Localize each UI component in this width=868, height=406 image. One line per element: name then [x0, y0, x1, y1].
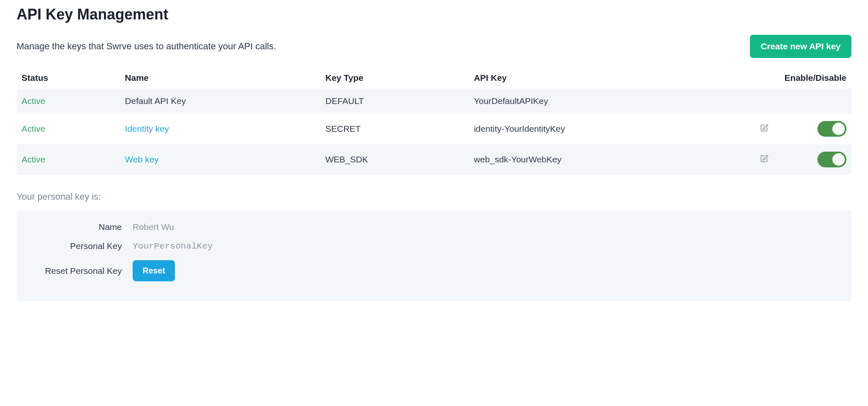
- api-key-cell: YourDefaultAPIKey: [469, 89, 754, 114]
- col-enable-disable: Enable/Disable: [780, 67, 851, 89]
- col-status: Status: [17, 67, 120, 89]
- edit-icon[interactable]: [760, 123, 769, 133]
- toggle-knob: [832, 153, 845, 166]
- reset-personal-key-label: Reset Personal Key: [25, 266, 133, 276]
- api-keys-table: Status Name Key Type API Key Enable/Disa…: [17, 67, 851, 175]
- page-title: API Key Management: [17, 6, 851, 23]
- table-row: ActiveIdentity keySECRETidentity-YourIde…: [17, 114, 851, 144]
- col-name: Name: [120, 67, 320, 89]
- col-api-key: API Key: [469, 67, 754, 89]
- edit-icon[interactable]: [760, 154, 769, 163]
- api-key-cell: web_sdk-YourWebKey: [469, 144, 754, 175]
- personal-name-value: Robert Wu: [133, 222, 174, 232]
- toggle-cell: [780, 114, 851, 144]
- table-row: ActiveWeb keyWEB_SDKweb_sdk-YourWebKey: [17, 144, 851, 175]
- status-cell: Active: [17, 89, 120, 114]
- table-row: ActiveDefault API KeyDEFAULTYourDefaultA…: [17, 89, 851, 114]
- personal-name-label: Name: [25, 222, 133, 232]
- key-type-cell: WEB_SDK: [320, 144, 469, 175]
- edit-cell: [755, 114, 780, 144]
- name-cell: Default API Key: [120, 89, 320, 114]
- key-type-cell: SECRET: [320, 114, 469, 144]
- personal-key-intro: Your personal key is:: [17, 191, 851, 202]
- toggle-cell: [780, 89, 851, 114]
- enable-toggle[interactable]: [817, 121, 846, 137]
- personal-key-value: YourPersonalKey: [133, 242, 213, 251]
- edit-cell: [755, 144, 780, 175]
- name-cell: Identity key: [120, 114, 320, 144]
- api-key-name: Default API Key: [125, 96, 186, 106]
- reset-personal-key-button[interactable]: Reset: [133, 260, 175, 281]
- create-api-key-button[interactable]: Create new API key: [750, 35, 851, 58]
- status-cell: Active: [17, 114, 120, 144]
- api-key-name-link[interactable]: Identity key: [125, 124, 169, 133]
- enable-toggle[interactable]: [817, 152, 846, 167]
- api-key-cell: identity-YourIdentityKey: [469, 114, 754, 144]
- toggle-knob: [832, 123, 845, 135]
- personal-key-panel: Name Robert Wu Personal Key YourPersonal…: [17, 210, 851, 301]
- personal-key-label: Personal Key: [25, 241, 133, 251]
- name-cell: Web key: [120, 144, 320, 175]
- col-key-type: Key Type: [320, 67, 469, 89]
- toggle-cell: [780, 144, 851, 175]
- key-type-cell: DEFAULT: [320, 89, 469, 114]
- page-subtitle: Manage the keys that Swrve uses to authe…: [17, 41, 276, 52]
- api-key-name-link[interactable]: Web key: [125, 155, 158, 164]
- status-cell: Active: [17, 144, 120, 175]
- col-edit: [755, 67, 780, 89]
- edit-cell: [755, 89, 780, 114]
